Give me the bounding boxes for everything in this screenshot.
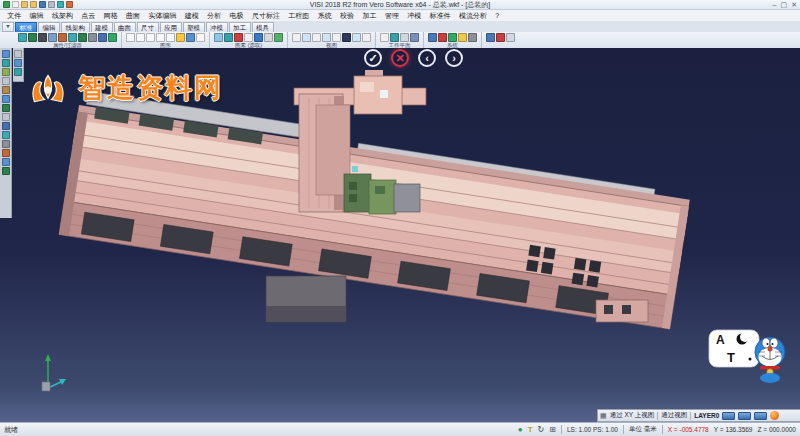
toolbar-icon[interactable] [14,50,22,58]
menu-item-help[interactable]: ? [491,12,503,19]
tab-tooling[interactable]: 模具 [252,22,274,32]
toolbar-icon[interactable] [390,33,399,42]
close-button[interactable]: ✕ [791,1,797,8]
open-file-icon[interactable] [21,1,28,8]
shading-mode-icon[interactable] [770,411,779,420]
toolbar-icon[interactable] [2,95,10,103]
toolbar-icon[interactable] [176,33,185,42]
minimize-button[interactable]: – [773,1,777,8]
toolbar-icon[interactable] [2,77,10,85]
toolbar-icon[interactable] [264,33,273,42]
toolbar-icon[interactable] [78,33,87,42]
tab-dimension[interactable]: 尺寸 [137,22,159,32]
view-button-1[interactable] [722,412,735,420]
toolbar-icon[interactable] [234,33,243,42]
view-mode-selector[interactable]: 通过 XY 上视图 [610,411,655,420]
toolbar-icon[interactable] [196,33,205,42]
toolbar-icon[interactable] [292,33,301,42]
toolbar-icon[interactable] [380,33,389,42]
toolbar-icon[interactable] [214,33,223,42]
doraemon-mascot[interactable]: A T [708,328,788,384]
toolbar-icon[interactable] [332,33,341,42]
viewport-3d[interactable]: 智造资料网 ✓ ✕ ‹ › ▦ 通过 XY 上视图 通过视图 LAYER0 A [0,48,800,422]
toolbar-icon[interactable] [2,149,10,157]
confirm-previous-button[interactable]: ‹ [418,49,436,67]
menu-item-pointcloud[interactable]: 点云 [77,11,99,21]
record-icon[interactable]: ● [518,426,523,434]
toolbar-icon[interactable] [166,33,175,42]
toolbar-icon[interactable] [126,33,135,42]
toolbar-icon[interactable] [14,68,22,76]
toolbar-icon[interactable] [2,167,10,175]
toolbar-icon[interactable] [362,33,371,42]
active-layer-label[interactable]: LAYER0 [694,412,719,419]
toolbar-icon[interactable] [506,33,515,42]
confirm-next-button[interactable]: › [445,49,463,67]
menu-item-dimension[interactable]: 尺寸标注 [248,11,284,21]
toolbar-icon[interactable] [322,33,331,42]
toolbar-icon[interactable] [2,86,10,94]
tab-modeling[interactable]: 建模 [91,22,113,32]
toolbar-icon[interactable] [410,33,419,42]
cad-model-canvas[interactable] [0,48,800,422]
toolbar-icon[interactable] [18,33,27,42]
refresh-icon[interactable]: ↻ [538,426,545,434]
tab-application[interactable]: 应用 [160,22,182,32]
menu-item-analysis[interactable]: 分析 [203,11,225,21]
toolbar-icon[interactable] [2,140,10,148]
toolbar-icon[interactable] [2,50,10,58]
tab-mold[interactable]: 塑模 [183,22,205,32]
toolbar-icon[interactable] [2,131,10,139]
toolbar-icon[interactable] [48,33,57,42]
toolbar-icon[interactable] [352,33,361,42]
menu-item-edit[interactable]: 编辑 [25,11,47,21]
toolbar-icon[interactable] [88,33,97,42]
toolbar-icon[interactable] [400,33,409,42]
menu-item-drawing[interactable]: 工程图 [284,11,313,21]
menu-item-verify[interactable]: 校验 [336,11,358,21]
grid-snap-icon[interactable]: ⊞ [549,426,556,434]
toolbar-icon[interactable] [274,33,283,42]
menu-item-solid-edit[interactable]: 实体编辑 [144,11,180,21]
toolbar-icon[interactable] [312,33,321,42]
toolbar-icon[interactable] [186,33,195,42]
redo-icon[interactable] [66,1,73,8]
toolbar-icon[interactable] [2,113,10,121]
menu-item-modeling[interactable]: 建模 [181,11,203,21]
toolbar-icon[interactable] [448,33,457,42]
toolbar-icon[interactable] [428,33,437,42]
toolbar-icon[interactable] [342,33,351,42]
toolbar-icon[interactable] [224,33,233,42]
toolbar-icon[interactable] [2,104,10,112]
menu-item-electrode[interactable]: 电极 [225,11,247,21]
toolbar-icon[interactable] [254,33,263,42]
toolbar-icon[interactable] [2,68,10,76]
toolbar-icon[interactable] [2,158,10,166]
through-view-selector[interactable]: 通过视图 [661,411,687,420]
toolbar-icon[interactable] [68,33,77,42]
new-file-icon[interactable] [12,1,19,8]
menu-item-manage[interactable]: 管理 [381,11,403,21]
toolbar-icon[interactable] [244,33,253,42]
toolbar-icon[interactable] [98,33,107,42]
tab-standard[interactable]: 标准 [15,22,37,32]
toolbar-icon[interactable] [2,122,10,130]
menu-item-flow-analysis[interactable]: 模流分析 [455,11,491,21]
menu-item-system[interactable]: 系统 [314,11,336,21]
toolbar-icon[interactable] [38,33,47,42]
menu-item-standard-parts[interactable]: 标准件 [425,11,454,21]
print-icon[interactable] [48,1,55,8]
toolbar-icon[interactable] [14,59,22,67]
tee-tool-icon[interactable]: T [528,426,533,434]
toolbar-icon[interactable] [458,33,467,42]
toolbar-icon[interactable] [28,33,37,42]
view-button-2[interactable] [738,412,751,420]
confirm-cancel-button[interactable]: ✕ [391,49,409,67]
menu-item-surface[interactable]: 曲面 [122,11,144,21]
undo-icon[interactable] [57,1,64,8]
tab-edit[interactable]: 编辑 [38,22,60,32]
open-recent-icon[interactable] [30,1,37,8]
toolbar-icon[interactable] [156,33,165,42]
menu-item-mesh[interactable]: 网格 [100,11,122,21]
confirm-ok-button[interactable]: ✓ [364,49,382,67]
